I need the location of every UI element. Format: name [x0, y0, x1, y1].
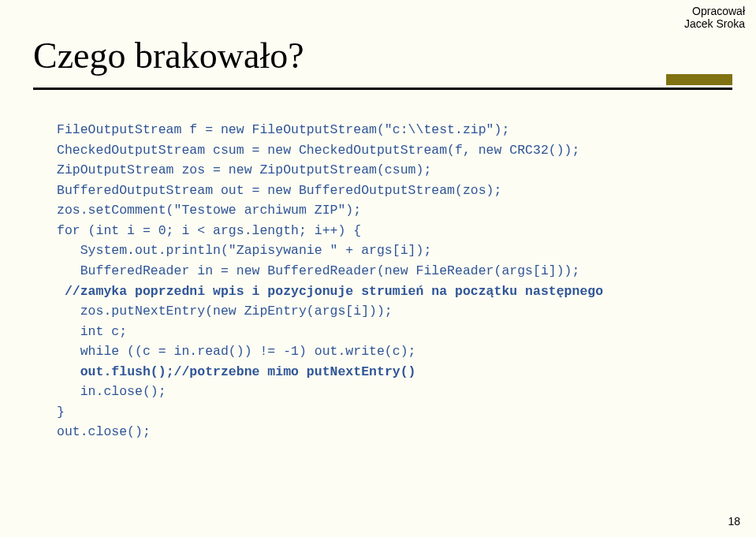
code-line: int c; [57, 324, 127, 339]
code-line-bold: //zamyka poprzedni wpis i pozycjonuje st… [65, 284, 603, 299]
credit-line-1: Opracował [684, 5, 745, 17]
code-line: while ((c = in.read()) != -1) out.write(… [57, 344, 415, 359]
code-line: System.out.println("Zapisywanie " + args… [57, 243, 431, 258]
code-line: zos.putNextEntry(new ZipEntry(args[i])); [57, 304, 393, 319]
author-credit: Opracował Jacek Sroka [684, 5, 745, 30]
code-line-prefix [57, 284, 65, 299]
code-line: zos.setComment("Testowe archiwum ZIP"); [57, 203, 361, 218]
slide-title: Czego brakowało? [33, 35, 732, 76]
code-line: FileOutputStream f = new FileOutputStrea… [57, 122, 509, 137]
code-line-bold: out.flush();//potrzebne mimo putNextEntr… [80, 364, 416, 379]
code-line-prefix [57, 364, 80, 379]
code-line: out.close(); [57, 424, 151, 439]
title-underline [33, 88, 732, 90]
code-line: } [57, 405, 65, 420]
code-line: for (int i = 0; i < args.length; i++) { [57, 223, 361, 238]
page-number: 18 [728, 515, 740, 528]
credit-line-2: Jacek Sroka [684, 17, 745, 30]
code-line: BufferedOutputStream out = new BufferedO… [57, 183, 501, 198]
code-block: FileOutputStream f = new FileOutputStrea… [57, 120, 603, 442]
title-block: Czego brakowało? [33, 35, 732, 90]
code-line: ZipOutputStream zos = new ZipOutputStrea… [57, 162, 431, 177]
code-line: in.close(); [57, 384, 166, 399]
code-line: BufferedReader in = new BufferedReader(n… [57, 263, 579, 278]
code-line: CheckedOutputStream csum = new CheckedOu… [57, 143, 579, 158]
